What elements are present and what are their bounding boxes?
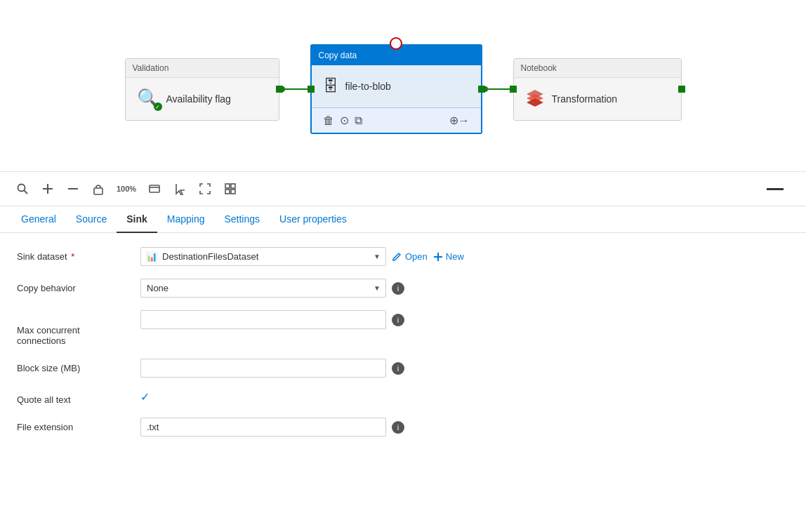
- svg-rect-13: [225, 189, 230, 194]
- canvas-toolbar: 100%: [0, 172, 806, 206]
- file-extension-row: File extension i: [17, 418, 789, 437]
- fit-button[interactable]: [143, 178, 166, 200]
- block-size-info-icon[interactable]: i: [392, 362, 404, 375]
- max-concurrent-label: Max concurrent connections: [17, 310, 129, 346]
- notebook-port-right: [678, 86, 685, 93]
- copy-data-actions: 🗑 ⊙ ⧉ ⊕→: [312, 107, 481, 133]
- quote-all-text-label: Quote all text: [17, 390, 129, 405]
- file-extension-input[interactable]: [140, 418, 386, 437]
- copy-behavior-select[interactable]: None FlattenHierarchy MergeFiles Preserv…: [140, 279, 386, 298]
- open-dataset-link[interactable]: Open: [392, 251, 428, 262]
- error-indicator: [390, 37, 402, 50]
- copy-port-left: [308, 86, 315, 93]
- block-size-row: Block size (MB) i: [17, 359, 789, 378]
- notebook-node-body: Transformation: [514, 78, 681, 120]
- connector-1: [279, 86, 310, 92]
- validation-port-right: [276, 86, 283, 93]
- tab-user-properties[interactable]: User properties: [270, 206, 357, 233]
- sink-dataset-controls: 📊 DestinationFilesDataset ▼ Open New: [140, 247, 789, 266]
- expand-button[interactable]: [194, 178, 216, 200]
- zoom-label: 100%: [117, 185, 136, 193]
- block-size-label: Block size (MB): [17, 359, 129, 373]
- copy-data-node-body: 🗄 file-to-blob: [312, 65, 481, 107]
- svg-rect-12: [231, 184, 235, 188]
- svg-rect-14: [231, 189, 235, 194]
- validation-icon: 🔍 ✓: [137, 88, 159, 109]
- sink-dataset-label: Sink dataset *: [17, 247, 129, 262]
- duplicate-action-btn[interactable]: ⧉: [352, 113, 365, 128]
- copy-data-icon: 🗄: [323, 77, 338, 95]
- max-concurrent-input[interactable]: [140, 310, 386, 329]
- tab-mapping[interactable]: Mapping: [157, 206, 215, 233]
- pipeline-flow: Validation 🔍 ✓ Availability flag C: [125, 44, 682, 134]
- remove-button[interactable]: [62, 178, 84, 200]
- svg-rect-9: [150, 185, 159, 192]
- sink-form: Sink dataset * 📊 DestinationFilesDataset…: [0, 233, 806, 528]
- quote-all-text-controls: ✓: [140, 390, 789, 404]
- tab-general[interactable]: General: [11, 206, 66, 233]
- copy-data-node[interactable]: Copy data 🗄 file-to-blob 🗑 ⊙ ⧉ ⊕→: [310, 44, 482, 134]
- new-dataset-link[interactable]: New: [433, 251, 464, 262]
- svg-rect-11: [225, 184, 230, 188]
- notebook-port-left: [510, 86, 517, 93]
- notebook-label: Transformation: [552, 93, 618, 105]
- quote-all-text-check[interactable]: ✓: [140, 390, 150, 404]
- copy-behavior-label: Copy behavior: [17, 279, 129, 293]
- copy-behavior-controls: None FlattenHierarchy MergeFiles Preserv…: [140, 279, 789, 298]
- validation-node-body: 🔍 ✓ Availability flag: [126, 78, 279, 120]
- copy-data-label: file-to-blob: [345, 81, 391, 92]
- max-concurrent-info-icon[interactable]: i: [392, 314, 404, 326]
- copy-behavior-row: Copy behavior None FlattenHierarchy Merg…: [17, 279, 789, 298]
- lock-button[interactable]: [87, 178, 110, 200]
- sink-dataset-wrapper: 📊 DestinationFilesDataset ▼: [140, 247, 386, 266]
- pencil-icon: [392, 251, 402, 262]
- file-extension-label: File extension: [17, 418, 129, 432]
- svg-rect-8: [94, 188, 103, 194]
- tab-source[interactable]: Source: [66, 206, 117, 233]
- search-button[interactable]: [11, 178, 34, 200]
- move-action-btn[interactable]: ⊕→: [447, 112, 473, 128]
- notebook-icon: [525, 87, 545, 111]
- collapse-handle[interactable]: [767, 188, 784, 190]
- copy-action-btn[interactable]: ⊙: [337, 112, 352, 128]
- connector-2: [482, 86, 513, 92]
- pipeline-canvas: Validation 🔍 ✓ Availability flag C: [0, 0, 806, 172]
- add-button[interactable]: [37, 178, 59, 200]
- copy-port-right: [478, 86, 485, 93]
- notebook-node[interactable]: Notebook Transformation: [513, 58, 682, 121]
- plus-icon: [433, 252, 443, 262]
- property-tabs: General Source Sink Mapping Settings Use…: [0, 206, 806, 233]
- quote-all-text-row: Quote all text ✓: [17, 390, 789, 405]
- file-extension-controls: i: [140, 418, 789, 437]
- svg-point-3: [18, 185, 25, 192]
- max-concurrent-row: Max concurrent connections i: [17, 310, 789, 346]
- tab-sink[interactable]: Sink: [117, 206, 157, 233]
- svg-line-4: [25, 191, 28, 194]
- max-concurrent-controls: i: [140, 310, 789, 329]
- copy-behavior-info-icon[interactable]: i: [392, 282, 404, 295]
- block-size-input[interactable]: [140, 359, 386, 378]
- validation-node-header: Validation: [126, 59, 279, 78]
- validation-node[interactable]: Validation 🔍 ✓ Availability flag: [125, 58, 279, 121]
- svg-marker-2: [527, 98, 543, 107]
- sink-dataset-select[interactable]: DestinationFilesDataset: [140, 247, 386, 266]
- file-extension-info-icon[interactable]: i: [392, 421, 404, 434]
- notebook-node-header: Notebook: [514, 59, 681, 78]
- required-indicator: *: [69, 251, 75, 262]
- block-size-controls: i: [140, 359, 789, 378]
- select-button[interactable]: [169, 178, 191, 200]
- tab-settings[interactable]: Settings: [214, 206, 270, 233]
- grid-button[interactable]: [219, 178, 242, 200]
- copy-behavior-wrapper: None FlattenHierarchy MergeFiles Preserv…: [140, 279, 386, 298]
- validation-label: Availability flag: [166, 93, 231, 105]
- sink-dataset-row: Sink dataset * 📊 DestinationFilesDataset…: [17, 247, 789, 266]
- delete-action-btn[interactable]: 🗑: [320, 113, 337, 128]
- zoom-button[interactable]: 100%: [112, 178, 140, 200]
